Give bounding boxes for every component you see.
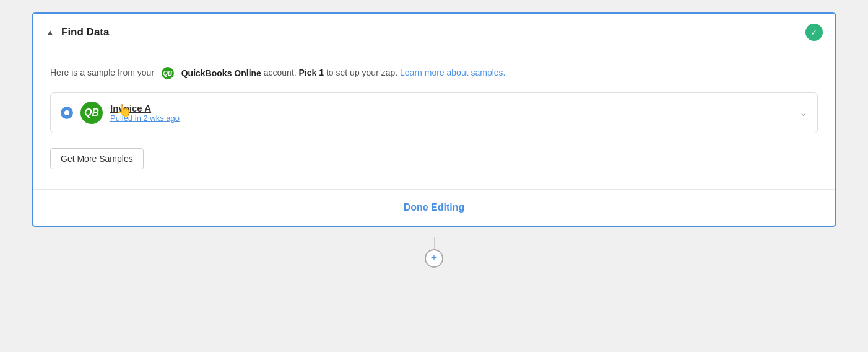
description-suffix: to set up your zap.	[326, 68, 400, 77]
learn-more-link[interactable]: Learn more about samples.	[400, 68, 505, 77]
page-wrapper: ▲ Find Data ✓ Here is a sample from your…	[32, 12, 836, 273]
find-data-card: ▲ Find Data ✓ Here is a sample from your…	[32, 12, 836, 227]
sample-subtitle[interactable]: Pulled in 2 wks ago	[110, 113, 180, 123]
card-body: Here is a sample from your QB QuickBooks…	[33, 51, 835, 189]
description-text: Here is a sample from your QB QuickBooks…	[50, 66, 818, 80]
vertical-connector-line	[434, 237, 435, 249]
qb-large-icon: QB	[80, 102, 103, 124]
header-left: ▲ Find Data	[45, 26, 109, 38]
sample-item-left: QB Invoice A Pulled in 2 wks ago 👆	[61, 102, 180, 124]
chevron-down-icon[interactable]: ⌄	[799, 107, 807, 118]
plus-icon: +	[431, 252, 438, 265]
card-title: Find Data	[61, 26, 109, 38]
checkmark-symbol: ✓	[810, 27, 818, 37]
radio-inner	[64, 110, 69, 115]
qb-app-name: QuickBooks Online	[181, 67, 261, 80]
sample-info: Invoice A Pulled in 2 wks ago	[110, 103, 180, 123]
sample-item[interactable]: QB Invoice A Pulled in 2 wks ago 👆 ⌄	[50, 92, 818, 133]
done-editing-button[interactable]: Done Editing	[404, 202, 465, 213]
pick-text: Pick 1	[299, 68, 324, 77]
radio-button[interactable]	[61, 107, 73, 119]
sample-title: Invoice A	[110, 103, 180, 113]
add-step-section: +	[32, 227, 836, 273]
complete-checkmark-icon: ✓	[805, 24, 823, 41]
description-prefix: Here is a sample from your	[50, 68, 154, 77]
qb-logo-inline: QB QuickBooks Online	[157, 67, 261, 80]
add-step-button[interactable]: +	[425, 249, 443, 268]
sample-item-wrapper: QB Invoice A Pulled in 2 wks ago 👆 ⌄	[50, 92, 818, 133]
card-header: ▲ Find Data ✓	[33, 14, 835, 51]
done-editing-section: Done Editing	[33, 189, 835, 226]
description-mid: account.	[264, 68, 299, 77]
get-more-samples-button[interactable]: Get More Samples	[50, 148, 144, 169]
qb-small-icon: QB	[162, 67, 174, 79]
collapse-chevron-icon[interactable]: ▲	[45, 27, 55, 37]
